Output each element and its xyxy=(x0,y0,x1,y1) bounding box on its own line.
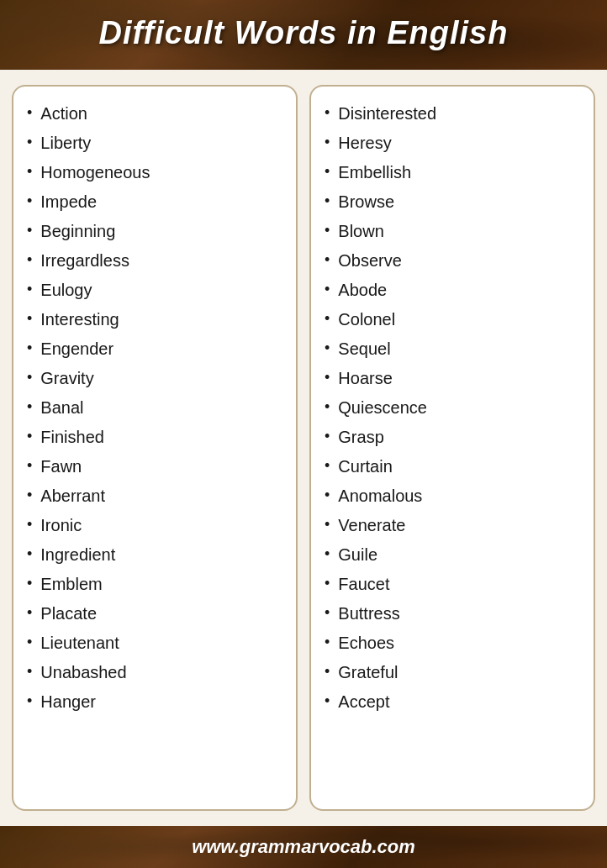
list-item: Heresy xyxy=(325,128,585,157)
list-item: Embellish xyxy=(325,157,585,187)
list-item: Placate xyxy=(27,598,288,628)
list-item: Grasp xyxy=(325,422,585,451)
list-item: Quiescence xyxy=(325,392,585,422)
list-item: Homogeneous xyxy=(27,157,288,187)
list-item: Accept xyxy=(325,687,585,716)
list-item: Faucet xyxy=(325,569,585,598)
footer-url: www.grammarvocab.com xyxy=(192,836,415,857)
list-item: Blown xyxy=(325,216,585,245)
list-item: Echoes xyxy=(325,628,585,657)
list-item: Irregardless xyxy=(27,245,288,275)
list-item: Aberrant xyxy=(27,481,288,510)
list-item: Emblem xyxy=(27,569,288,598)
left-word-list: ActionLibertyHomogeneousImpedeBeginningI… xyxy=(12,85,298,811)
list-item: Beginning xyxy=(27,216,288,245)
list-item: Fawn xyxy=(27,451,288,481)
list-item: Guile xyxy=(325,539,585,569)
list-item: Unabashed xyxy=(27,657,288,687)
list-item: Gravity xyxy=(27,363,288,392)
list-item: Buttress xyxy=(325,598,585,628)
main-content: ActionLibertyHomogeneousImpedeBeginningI… xyxy=(0,70,607,826)
list-item: Abode xyxy=(325,275,585,304)
list-item: Disinterested xyxy=(325,98,585,128)
list-item: Interesting xyxy=(27,304,288,334)
list-item: Action xyxy=(27,98,288,128)
list-item: Sequel xyxy=(325,334,585,363)
list-item: Banal xyxy=(27,392,288,422)
right-list: DisinterestedHeresyEmbellishBrowseBlownO… xyxy=(325,98,585,716)
list-item: Lieutenant xyxy=(27,628,288,657)
list-item: Curtain xyxy=(325,451,585,481)
list-item: Grateful xyxy=(325,657,585,687)
list-item: Venerate xyxy=(325,510,585,539)
footer: www.grammarvocab.com xyxy=(0,826,607,868)
list-item: Eulogy xyxy=(27,275,288,304)
page-title: Difficult Words in English xyxy=(17,15,590,51)
list-item: Anomalous xyxy=(325,481,585,510)
list-item: Impede xyxy=(27,187,288,216)
list-item: Hanger xyxy=(27,687,288,716)
list-item: Finished xyxy=(27,422,288,451)
list-item: Observe xyxy=(325,245,585,275)
right-word-list: DisinterestedHeresyEmbellishBrowseBlownO… xyxy=(309,85,595,811)
list-item: Browse xyxy=(325,187,585,216)
list-item: Engender xyxy=(27,334,288,363)
list-item: Ironic xyxy=(27,510,288,539)
list-item: Liberty xyxy=(27,128,288,157)
list-item: Ingredient xyxy=(27,539,288,569)
header: Difficult Words in English xyxy=(0,0,607,70)
left-list: ActionLibertyHomogeneousImpedeBeginningI… xyxy=(27,98,288,716)
list-item: Hoarse xyxy=(325,363,585,392)
list-item: Colonel xyxy=(325,304,585,334)
